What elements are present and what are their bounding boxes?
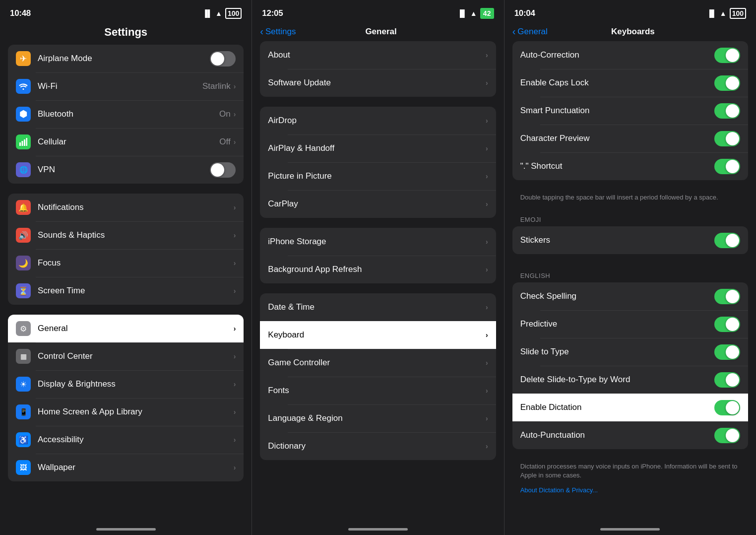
wifi-status-icon-3: ▲ bbox=[720, 9, 727, 17]
stickers-toggle[interactable] bbox=[714, 233, 740, 248]
row-wifi[interactable]: Wi-Fi Starlink › bbox=[8, 72, 244, 100]
accessibility-label: Accessibility bbox=[38, 435, 234, 445]
row-game-controller[interactable]: Game Controller › bbox=[260, 349, 496, 377]
autopunct-toggle[interactable] bbox=[714, 428, 740, 443]
wallpaper-label: Wallpaper bbox=[38, 463, 234, 472]
row-checkspelling[interactable]: Check Spelling bbox=[512, 282, 748, 310]
row-vpn[interactable]: 🌐 VPN bbox=[8, 156, 244, 184]
back-nav-2: ‹ Settings General bbox=[252, 24, 504, 41]
row-keyboard[interactable]: Keyboard › bbox=[260, 321, 496, 349]
about-chevron: › bbox=[486, 51, 488, 59]
row-about[interactable]: About › bbox=[260, 41, 496, 69]
row-wallpaper[interactable]: 🖼 Wallpaper › bbox=[8, 454, 244, 481]
period-shortcut-toggle[interactable] bbox=[714, 159, 740, 174]
dictionary-chevron: › bbox=[486, 442, 488, 450]
airplane-label: Airplane Mode bbox=[38, 54, 210, 64]
panel-title-3: Keyboards bbox=[518, 27, 748, 37]
vpn-toggle[interactable] bbox=[210, 162, 236, 178]
row-notifications[interactable]: 🔔 Notifications › bbox=[8, 194, 244, 221]
slidetotype-toggle[interactable] bbox=[714, 344, 740, 360]
controlcenter-icon: ▦ bbox=[16, 349, 31, 364]
homescreen-icon: 📱 bbox=[16, 404, 31, 419]
airplane-icon: ✈ bbox=[16, 51, 31, 66]
row-general[interactable]: ⚙ General › bbox=[8, 315, 244, 342]
row-period-shortcut[interactable]: "." Shortcut bbox=[512, 152, 748, 180]
wallpaper-icon: 🖼 bbox=[16, 460, 31, 475]
wifi-icon bbox=[16, 79, 31, 94]
signal-icon: ▐▌ bbox=[202, 9, 212, 17]
row-dictation[interactable]: Enable Dictation bbox=[512, 394, 748, 421]
group-storage: iPhone Storage › Background App Refresh … bbox=[260, 228, 496, 283]
software-update-label: Software Update bbox=[268, 78, 486, 88]
row-carplay[interactable]: CarPlay › bbox=[260, 190, 496, 218]
smartpunct-toggle[interactable] bbox=[714, 103, 740, 119]
row-display[interactable]: ☀ Display & Brightness › bbox=[8, 370, 244, 398]
general-icon: ⚙ bbox=[16, 321, 31, 336]
row-predictive[interactable]: Predictive bbox=[512, 310, 748, 338]
row-iphone-storage[interactable]: iPhone Storage › bbox=[260, 228, 496, 256]
panel-title-2: General bbox=[266, 27, 496, 37]
group-sharing: AirDrop › AirPlay & Handoff › Picture in… bbox=[260, 107, 496, 218]
row-stickers[interactable]: Stickers bbox=[512, 226, 748, 254]
deleteslide-toggle[interactable] bbox=[714, 372, 740, 388]
row-screentime[interactable]: ⏳ Screen Time › bbox=[8, 277, 244, 305]
charpreview-toggle[interactable] bbox=[714, 131, 740, 146]
row-software-update[interactable]: Software Update › bbox=[260, 69, 496, 97]
row-accessibility[interactable]: ♿ Accessibility › bbox=[8, 426, 244, 454]
row-cellular[interactable]: Cellular Off › bbox=[8, 128, 244, 156]
period-shortcut-label: "." Shortcut bbox=[520, 161, 714, 171]
stickers-label: Stickers bbox=[520, 235, 714, 245]
row-dictionary[interactable]: Dictionary › bbox=[260, 432, 496, 460]
keyboard-chevron: › bbox=[486, 331, 488, 339]
airplane-toggle[interactable] bbox=[210, 51, 236, 67]
row-airplane[interactable]: ✈ Airplane Mode bbox=[8, 45, 244, 72]
capslock-toggle[interactable] bbox=[714, 75, 740, 91]
row-pip[interactable]: Picture in Picture › bbox=[260, 162, 496, 190]
autocorrection-toggle[interactable] bbox=[714, 48, 740, 63]
dictation-note: Dictation processes many voice inputs on… bbox=[512, 459, 748, 486]
row-slidetotype[interactable]: Slide to Type bbox=[512, 338, 748, 366]
accessibility-chevron: › bbox=[234, 436, 236, 444]
software-update-chevron: › bbox=[486, 79, 488, 87]
airdrop-chevron: › bbox=[486, 117, 488, 125]
row-homescreen[interactable]: 📱 Home Screen & App Library › bbox=[8, 398, 244, 426]
row-sounds[interactable]: 🔊 Sounds & Haptics › bbox=[8, 221, 244, 249]
row-focus[interactable]: 🌙 Focus › bbox=[8, 249, 244, 277]
row-controlcenter[interactable]: ▦ Control Center › bbox=[8, 342, 244, 370]
controlcenter-label: Control Center bbox=[38, 351, 234, 361]
row-bluetooth[interactable]: ⬢ Bluetooth On › bbox=[8, 100, 244, 128]
group-emoji: Stickers bbox=[512, 226, 748, 254]
row-capslock[interactable]: Enable Caps Lock bbox=[512, 69, 748, 97]
checkspelling-toggle[interactable] bbox=[714, 289, 740, 304]
row-datetime[interactable]: Date & Time › bbox=[260, 293, 496, 321]
row-autopunct[interactable]: Auto-Punctuation bbox=[512, 421, 748, 449]
row-language[interactable]: Language & Region › bbox=[260, 404, 496, 432]
dictation-toggle[interactable] bbox=[714, 400, 740, 415]
home-bar-2 bbox=[348, 528, 408, 531]
row-bg-refresh[interactable]: Background App Refresh › bbox=[260, 256, 496, 283]
status-icons-2: ▐▌ ▲ 42 bbox=[457, 8, 494, 19]
svg-rect-1 bbox=[22, 141, 23, 146]
dictation-link[interactable]: About Dictation & Privacy... bbox=[512, 486, 748, 502]
predictive-toggle[interactable] bbox=[714, 317, 740, 332]
row-deleteslide[interactable]: Delete Slide-to-Type by Word bbox=[512, 366, 748, 394]
airplay-chevron: › bbox=[486, 144, 488, 152]
row-fonts[interactable]: Fonts › bbox=[260, 377, 496, 404]
carplay-chevron: › bbox=[486, 200, 488, 208]
row-airdrop[interactable]: AirDrop › bbox=[260, 107, 496, 134]
smartpunct-label: Smart Punctuation bbox=[520, 106, 714, 116]
status-bar-1: 10:48 ▐▌ ▲ 100 bbox=[0, 0, 252, 24]
language-label: Language & Region bbox=[268, 413, 486, 423]
panel-general: 12:05 ▐▌ ▲ 42 ‹ Settings General About ›… bbox=[252, 0, 504, 535]
row-charpreview[interactable]: Character Preview bbox=[512, 125, 748, 152]
svg-rect-2 bbox=[24, 139, 25, 146]
checkspelling-label: Check Spelling bbox=[520, 291, 714, 301]
sounds-chevron: › bbox=[234, 231, 236, 239]
general-chevron: › bbox=[234, 325, 236, 333]
row-airplay[interactable]: AirPlay & Handoff › bbox=[260, 134, 496, 162]
game-controller-label: Game Controller bbox=[268, 358, 486, 368]
row-smartpunct[interactable]: Smart Punctuation bbox=[512, 97, 748, 125]
bg-refresh-label: Background App Refresh bbox=[268, 265, 486, 274]
battery-icon-2: 42 bbox=[480, 8, 494, 19]
row-autocorrection[interactable]: Auto-Correction bbox=[512, 41, 748, 69]
